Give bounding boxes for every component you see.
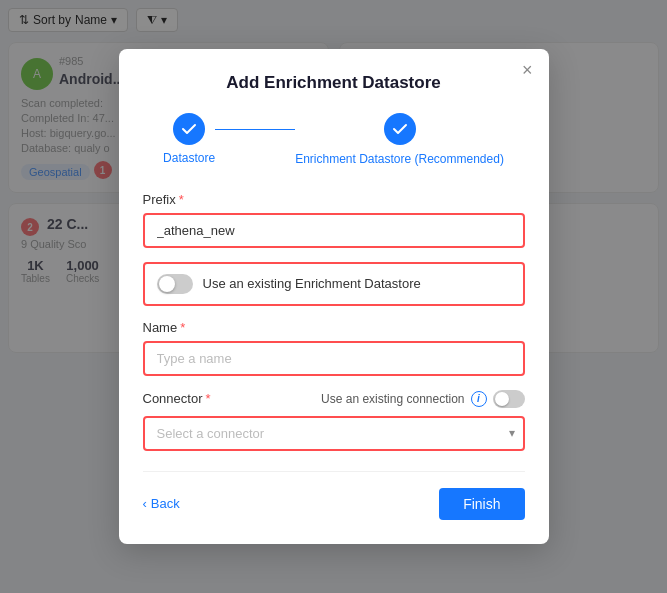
step-2-label: Enrichment Datastore (Recommended) [295, 151, 504, 168]
back-button[interactable]: ‹ Back [143, 496, 180, 511]
name-group: Name * [143, 320, 525, 376]
step-enrichment: Enrichment Datastore (Recommended) [295, 113, 504, 168]
modal-footer: ‹ Back Finish [143, 471, 525, 520]
chevron-left-icon: ‹ [143, 496, 147, 511]
existing-datastore-toggle[interactable] [157, 274, 193, 294]
modal-title: Add Enrichment Datastore [143, 73, 525, 93]
existing-datastore-toggle-row: Use an existing Enrichment Datastore [143, 262, 525, 306]
name-input[interactable] [143, 341, 525, 376]
required-star-3: * [205, 391, 210, 406]
prefix-label: Prefix * [143, 192, 525, 207]
step-datastore: Datastore [163, 113, 215, 165]
info-icon[interactable]: i [471, 391, 487, 407]
existing-connection-group: Use an existing connection i [321, 390, 524, 408]
connector-select[interactable]: Select a connector [143, 416, 525, 451]
required-star-2: * [180, 320, 185, 335]
existing-datastore-label: Use an existing Enrichment Datastore [203, 276, 421, 291]
finish-button[interactable]: Finish [439, 488, 524, 520]
prefix-group: Prefix * [143, 192, 525, 248]
back-label: Back [151, 496, 180, 511]
existing-connection-toggle[interactable] [493, 390, 525, 408]
modal-overlay: × Add Enrichment Datastore Datastore [0, 0, 667, 593]
step-1-circle [173, 113, 205, 145]
add-enrichment-modal: × Add Enrichment Datastore Datastore [119, 49, 549, 544]
step-1-label: Datastore [163, 151, 215, 165]
connector-label: Connector * [143, 391, 211, 406]
steps-container: Datastore Enrichment Datastore (Recommen… [143, 113, 525, 168]
required-star: * [179, 192, 184, 207]
step-2-circle [384, 113, 416, 145]
connector-select-wrapper: Select a connector ▾ [143, 416, 525, 451]
close-button[interactable]: × [522, 61, 533, 79]
existing-connection-label: Use an existing connection [321, 392, 464, 406]
prefix-input[interactable] [143, 213, 525, 248]
connector-row: Connector * Use an existing connection i [143, 390, 525, 408]
name-label: Name * [143, 320, 525, 335]
